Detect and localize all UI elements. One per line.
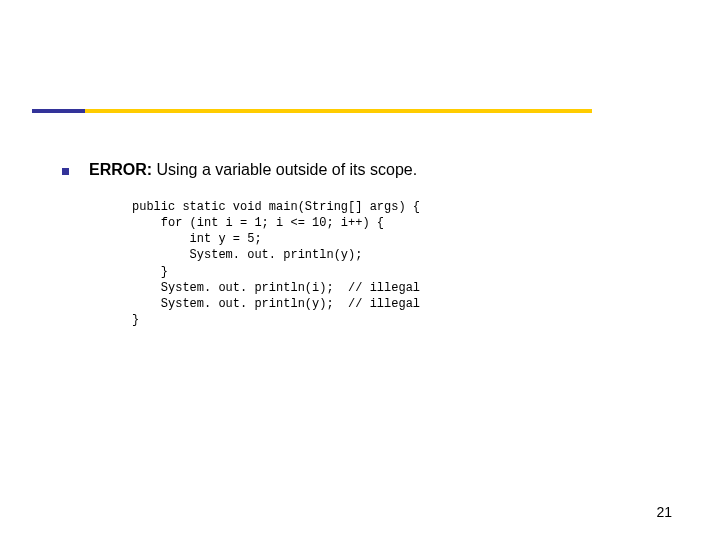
header-bar-blue bbox=[32, 109, 85, 113]
code-block: public static void main(String[] args) {… bbox=[132, 199, 660, 329]
bullet-text: ERROR: Using a variable outside of its s… bbox=[89, 160, 417, 181]
bullet-item: ERROR: Using a variable outside of its s… bbox=[62, 160, 660, 181]
bullet-rest: Using a variable outside of its scope. bbox=[152, 161, 417, 178]
page-number: 21 bbox=[656, 504, 672, 520]
bullet-bold: ERROR: bbox=[89, 161, 152, 178]
slide-content: ERROR: Using a variable outside of its s… bbox=[62, 160, 660, 328]
header-bar-yellow bbox=[85, 109, 592, 113]
square-bullet-icon bbox=[62, 168, 69, 175]
header-decoration-bar bbox=[32, 109, 592, 113]
